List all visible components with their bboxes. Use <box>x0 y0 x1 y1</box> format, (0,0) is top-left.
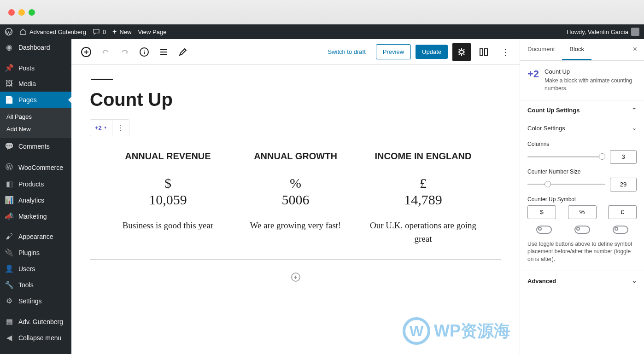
advanced-panel: Advanced ⌄ <box>520 271 644 291</box>
countup-description[interactable]: Business is good this year <box>110 219 226 232</box>
chevron-up-icon: ⌃ <box>632 107 637 113</box>
submenu-add-new[interactable]: Add New <box>0 123 71 135</box>
menu-pages[interactable]: 📄Pages <box>0 92 71 108</box>
countup-heading[interactable]: ANNUAL REVENUE <box>110 150 226 162</box>
subpanel-title: Color Settings <box>527 125 565 132</box>
site-name-label: Advanced Gutenberg <box>29 29 86 35</box>
editor-toolbar: Switch to draft Preview Update ⋮ <box>71 39 520 65</box>
tab-block[interactable]: Block <box>562 39 591 60</box>
update-button[interactable]: Update <box>416 45 448 59</box>
menu-adv-gutenberg[interactable]: ▦Adv. Gutenberg <box>0 313 71 330</box>
counter-size-slider[interactable] <box>527 184 605 185</box>
block-type-button[interactable]: +2 ▼ <box>90 120 112 136</box>
count-up-block[interactable]: ANNUAL REVENUE $ 10,059 Business is good… <box>90 136 501 260</box>
plus-icon: + <box>112 28 117 36</box>
counter-size-input[interactable] <box>610 178 637 192</box>
mac-minimize-dot[interactable] <box>18 9 25 16</box>
block-editor: Switch to draft Preview Update ⋮ Count U… <box>71 39 520 354</box>
countup-number: 14,789 <box>365 192 481 208</box>
menu-comments[interactable]: 💬Comments <box>0 138 71 154</box>
symbol-toggle-3[interactable] <box>613 226 628 234</box>
site-name-link[interactable]: Advanced Gutenberg <box>19 28 86 35</box>
user-icon: 👤 <box>5 264 14 273</box>
menu-label: Users <box>18 265 35 273</box>
gutenberg-icon: ▦ <box>5 317 14 326</box>
menu-plugins[interactable]: 🔌Plugins <box>0 244 71 261</box>
block-card: +2 Count Up Make a block with animate co… <box>520 61 644 100</box>
inspector-tabs: Document Block ✕ <box>520 39 644 61</box>
add-block-inserter[interactable]: + <box>291 273 300 282</box>
menu-analytics[interactable]: 📊Analytics <box>0 192 71 208</box>
panel-icon <box>479 47 489 57</box>
mac-zoom-dot[interactable] <box>29 9 35 16</box>
inspector-panel: Document Block ✕ +2 Count Up Make a bloc… <box>520 39 644 354</box>
panel-toggle-advanced[interactable]: Advanced ⌄ <box>520 271 644 291</box>
panel-toggle-countup[interactable]: Count Up Settings ⌃ <box>520 100 644 120</box>
countup-heading[interactable]: ANNUAL GROWTH <box>237 150 354 162</box>
view-page-link[interactable]: View Page <box>138 29 166 35</box>
mac-close-dot[interactable] <box>8 9 15 16</box>
menu-label: Posts <box>18 64 35 72</box>
tab-document[interactable]: Document <box>520 39 562 60</box>
wp-admin-bar: Advanced Gutenberg 0 + New View Page How… <box>0 24 644 39</box>
preview-button[interactable]: Preview <box>376 44 411 59</box>
undo-icon <box>101 47 110 57</box>
symbol-input-3[interactable] <box>608 205 637 219</box>
countup-heading[interactable]: INCOME IN ENGLAND <box>365 150 481 162</box>
comment-icon <box>93 28 100 35</box>
jetpack-button[interactable] <box>475 44 492 60</box>
columns-input[interactable] <box>610 150 637 164</box>
menu-tools[interactable]: 🔧Tools <box>0 277 71 293</box>
plus-icon: + <box>293 273 297 281</box>
countup-symbol: % <box>237 175 354 192</box>
wp-logo[interactable] <box>5 28 13 36</box>
menu-label: Pages <box>18 96 37 104</box>
menu-woocommerce[interactable]: ⓌWooCommerce <box>0 159 71 176</box>
pages-submenu: All Pages Add New <box>0 108 71 138</box>
collapse-icon: ◀ <box>5 333 14 342</box>
page-title[interactable]: Count Up <box>90 89 501 110</box>
menu-dashboard[interactable]: ◉Dashboard <box>0 39 71 55</box>
countup-description[interactable]: Our U.K. operations are going great <box>365 219 481 245</box>
menu-products[interactable]: ◧Products <box>0 176 71 192</box>
menu-settings[interactable]: ⚙Settings <box>0 293 71 309</box>
new-link[interactable]: + New <box>112 28 131 36</box>
marketing-icon: 📣 <box>5 212 14 221</box>
block-more-button[interactable]: ⋮ <box>112 120 129 136</box>
menu-marketing[interactable]: 📣Marketing <box>0 208 71 224</box>
countup-description[interactable]: We are growing very fast! <box>237 219 354 232</box>
menu-appearance[interactable]: 🖌Appearance <box>0 229 71 244</box>
symbol-toggle-1[interactable] <box>536 226 552 234</box>
countup-column: ANNUAL GROWTH % 5006 We are growing very… <box>232 150 359 245</box>
menu-media[interactable]: 🖼Media <box>0 76 71 92</box>
countup-number: 5006 <box>237 192 354 208</box>
submenu-all-pages[interactable]: All Pages <box>0 110 71 123</box>
comments-link[interactable]: 0 <box>93 28 106 35</box>
menu-collapse[interactable]: ◀Collapse menu <box>0 330 71 346</box>
chevron-down-icon: ⌄ <box>632 125 637 131</box>
switch-draft-button[interactable]: Switch to draft <box>322 45 371 59</box>
count-up-settings-panel: Count Up Settings ⌃ Color Settings ⌄ Col… <box>520 100 644 271</box>
more-button[interactable]: ⋮ <box>497 44 513 60</box>
info-button[interactable] <box>136 44 152 60</box>
add-block-button[interactable] <box>78 44 94 60</box>
countup-symbol: $ <box>110 175 226 192</box>
menu-posts[interactable]: 📌Posts <box>0 60 71 76</box>
undo-button <box>97 44 114 60</box>
menu-users[interactable]: 👤Users <box>0 261 71 277</box>
howdy-link[interactable]: Howdy, Valentin Garcia <box>567 28 639 36</box>
toggle-knob <box>538 227 542 231</box>
tools-button[interactable] <box>175 44 191 60</box>
outline-button[interactable] <box>155 44 172 60</box>
columns-slider[interactable] <box>527 156 605 157</box>
symbol-toggle-2[interactable] <box>574 226 590 234</box>
plugin-icon: 🔌 <box>5 248 14 257</box>
settings-toggle-button[interactable] <box>452 43 471 61</box>
symbol-input-1[interactable] <box>527 205 556 219</box>
editor-canvas[interactable]: Count Up +2 ▼ ⋮ ANNUAL REVENUE $ 10,059 … <box>71 65 520 354</box>
close-inspector-button[interactable]: ✕ <box>626 39 644 60</box>
color-settings-toggle[interactable]: Color Settings ⌄ <box>527 120 637 136</box>
symbol-input-2[interactable] <box>568 205 597 219</box>
avatar-icon <box>631 28 639 36</box>
wordpress-icon <box>5 28 13 36</box>
